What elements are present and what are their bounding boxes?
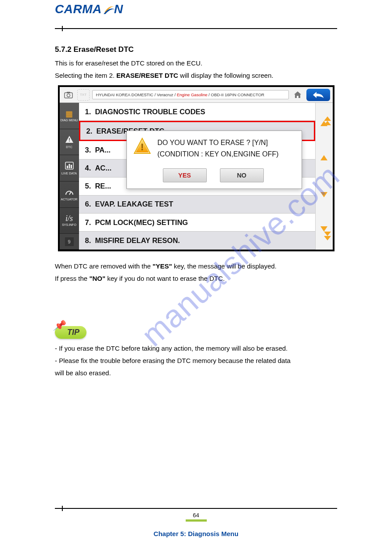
sidebar-item-dtc[interactable]: ! DTC [60, 129, 79, 156]
figure-topbar: TXT HYUNDAI KOREA DOMESTIC / Veracruz / … [60, 87, 333, 103]
header-rule [55, 28, 337, 31]
warning-triangle-icon: ! [133, 137, 151, 156]
sidebar-item-label: ACTUATOR [61, 198, 78, 201]
warning-icon: ! [65, 135, 74, 145]
grid-icon: ▦ [65, 110, 73, 118]
scroll-up[interactable] [316, 140, 333, 177]
page-header: CARMA N [55, 0, 337, 26]
txt-icon[interactable]: TXT [77, 89, 90, 101]
list-item[interactable]: 7. PCM LOCK(MEC) SETTING [79, 214, 315, 232]
list-item[interactable]: 8. MISFIRE DELAY RESON. [79, 232, 315, 250]
screenshot-figure: TXT HYUNDAI KOREA DOMESTIC / Veracruz / … [58, 85, 334, 251]
brand-logo-text: CARMA [55, 2, 102, 16]
svg-rect-5 [67, 166, 68, 168]
back-button[interactable] [306, 89, 330, 101]
info-icon: i/s [65, 214, 73, 222]
footer-rule [55, 508, 337, 511]
sidebar-item-sys-info[interactable]: i/s SYS.INFO [60, 208, 79, 234]
svg-text:!: ! [140, 141, 144, 152]
tip-line: - If you erase the DTC before taking any… [55, 343, 337, 354]
sidebar-item-label: SYS.INFO [62, 223, 76, 226]
scroll-page-down[interactable] [316, 213, 333, 250]
scroll-page-up[interactable] [316, 103, 333, 140]
svg-rect-7 [71, 165, 72, 168]
intro-paragraph-2: Selecting the item 2. ERASE/RESET DTC wi… [55, 70, 337, 81]
scroll-down[interactable] [316, 176, 333, 213]
tip-label: TIP [67, 328, 79, 337]
tip-badge: 📌 TIP [55, 326, 86, 339]
home-icon[interactable] [291, 89, 304, 101]
body-paragraph: If press the "NO" key if you do not want… [55, 273, 337, 284]
dialog-message: DO YOU WANT TO ERASE ? [Y/N] (CONDITION … [158, 137, 279, 160]
sidebar-item-live-data[interactable]: LIVE DATA [60, 155, 79, 181]
svg-point-1 [67, 94, 70, 97]
sidebar-item-diag-menu[interactable]: ▦ DIAG MENU [60, 103, 79, 129]
sidebar-item-label: DIAG MENU [61, 119, 78, 122]
sidebar-count: 9 [60, 234, 79, 250]
sidebar-item-label: LIVE DATA [61, 172, 77, 175]
pin-icon: 📌 [53, 320, 65, 331]
page-number: 64 [0, 512, 392, 522]
sidebar-item-label: DTC [66, 145, 72, 149]
camera-icon[interactable] [62, 89, 75, 101]
brand-logo-swoosh-icon [103, 3, 116, 16]
sidebar-item-actuator[interactable]: ACTUATOR [60, 181, 79, 208]
no-button[interactable]: NO [220, 168, 264, 182]
figure-sidebar: ▦ DIAG MENU ! DTC LIVE DATA [60, 103, 79, 250]
svg-rect-6 [68, 164, 70, 168]
svg-line-8 [69, 192, 71, 195]
list-item[interactable]: 1. DIAGNOSTIC TROUBLE CODES [79, 103, 315, 121]
section-title: 5.7.2 Erase/Reset DTC [55, 44, 337, 55]
scroll-bar [315, 103, 333, 250]
tip-line: will be also erased. [55, 368, 337, 378]
intro-paragraph-1: This is for erase/reset the DTC stored o… [55, 58, 337, 69]
figure-main: ▦ DIAG MENU ! DTC LIVE DATA [60, 103, 333, 250]
tip-line: - Please fix the trouble before erasing … [55, 355, 337, 366]
body-paragraph: When DTC are removed with the "YES" key,… [55, 261, 337, 272]
chart-icon [65, 162, 74, 171]
breadcrumb: HYUNDAI KOREA DOMESTIC / Veracruz / Engi… [92, 90, 289, 99]
chapter-title: Chapter 5: Diagnosis Menu [0, 530, 392, 537]
yes-button[interactable]: YES [163, 168, 207, 182]
svg-rect-2 [67, 92, 70, 93]
confirm-dialog: ! DO YOU WANT TO ERASE ? [Y/N] (CONDITIO… [126, 131, 302, 189]
svg-text:!: ! [68, 137, 70, 142]
gauge-icon [65, 188, 74, 197]
brand-logo: CARMA N [55, 2, 123, 16]
list-item[interactable]: 6. EVAP. LEAKAGE TEST [79, 196, 315, 214]
